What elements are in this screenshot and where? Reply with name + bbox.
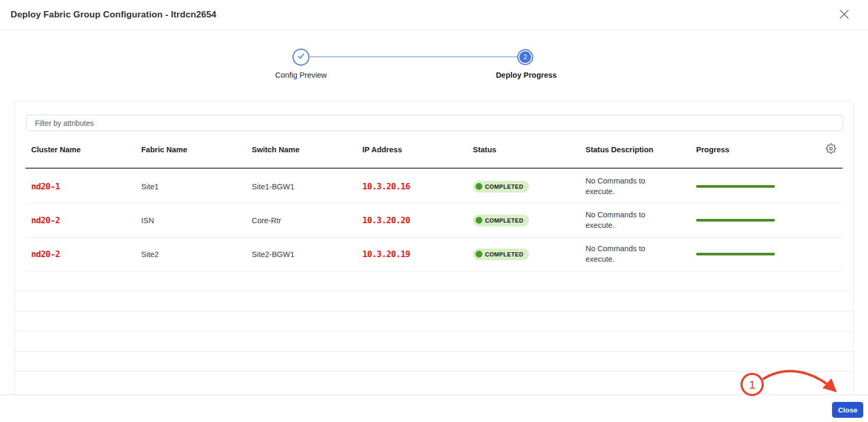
filter-input[interactable] — [26, 115, 843, 131]
table-row-empty — [15, 352, 853, 372]
close-button[interactable]: Close — [832, 402, 863, 418]
step-connector — [310, 57, 518, 57]
footer-divider — [0, 395, 868, 395]
step-config-preview[interactable] — [293, 49, 309, 66]
table-row-empty — [15, 271, 853, 291]
status-badge: COMPLETED — [473, 215, 529, 226]
column-settings-button[interactable] — [825, 143, 837, 156]
table-body: nd20-1 Site1 Site1-BGW1 10.3.20.16 COMPL… — [15, 170, 853, 372]
status-dot-icon — [476, 217, 482, 224]
status-badge: COMPLETED — [473, 181, 529, 192]
table-row: nd20-1 Site1 Site1-BGW1 10.3.20.16 COMPL… — [25, 170, 843, 204]
check-icon — [296, 51, 306, 63]
status-badge-label: COMPLETED — [485, 251, 524, 258]
column-header-switch-name: Switch Name — [252, 145, 362, 154]
table-row-empty — [15, 332, 853, 352]
x-icon — [838, 8, 850, 22]
dialog-close-button[interactable] — [837, 8, 851, 22]
progress-bar — [696, 219, 775, 222]
column-header-status: Status — [473, 145, 586, 154]
table-row: nd20-2 ISN Core-Rtr 10.3.20.20 COMPLETED… — [25, 204, 843, 237]
modal-header: Deploy Fabric Group Configuration - ltrd… — [0, 0, 868, 30]
cell-switch-name: Site1-BGW1 — [252, 182, 362, 191]
status-badge-label: COMPLETED — [485, 217, 524, 224]
column-header-fabric-name: Fabric Name — [141, 145, 252, 154]
table-row-empty — [15, 291, 853, 311]
step-number: 2 — [524, 53, 527, 61]
cell-cluster-name: nd20-1 — [31, 181, 141, 191]
cell-cluster-name: nd20-2 — [31, 249, 141, 259]
step-deploy-progress[interactable]: 2 — [518, 50, 532, 64]
cell-fabric-name: Site1 — [141, 182, 252, 191]
cell-cluster-name: nd20-2 — [31, 215, 141, 225]
status-dot-icon — [476, 251, 482, 258]
cell-ip-address: 10.3.20.19 — [362, 249, 473, 259]
progress-bar — [696, 185, 775, 188]
deploy-progress-panel: Cluster Name Fabric Name Switch Name IP … — [14, 100, 854, 395]
step-label-deploy-progress: Deploy Progress — [496, 71, 556, 79]
column-header-ip-address: IP Address — [362, 145, 473, 154]
cell-switch-name: Site2-BGW1 — [252, 250, 362, 259]
gear-icon — [826, 143, 836, 155]
cell-ip-address: 10.3.20.20 — [362, 215, 473, 225]
column-header-status-description: Status Description — [586, 145, 696, 154]
cell-switch-name: Core-Rtr — [252, 216, 362, 225]
status-dot-icon — [476, 183, 482, 190]
column-header-cluster-name: Cluster Name — [31, 145, 141, 154]
table-header: Cluster Name Fabric Name Switch Name IP … — [25, 131, 843, 169]
progress-bar — [696, 253, 775, 255]
status-badge-label: COMPLETED — [485, 184, 524, 190]
dialog-title: Deploy Fabric Group Configuration - ltrd… — [11, 10, 216, 20]
cell-status-description: No Commands to execute. — [586, 244, 657, 264]
column-header-progress: Progress — [696, 145, 781, 154]
status-badge: COMPLETED — [473, 249, 529, 260]
table-row: nd20-2 Site2 Site2-BGW1 10.3.20.19 COMPL… — [25, 237, 843, 271]
table-row-empty — [15, 311, 853, 332]
cell-status-description: No Commands to execute. — [586, 210, 657, 230]
cell-status-description: No Commands to execute. — [586, 176, 657, 196]
step-label-config-preview: Config Preview — [275, 71, 327, 79]
cell-fabric-name: ISN — [141, 216, 252, 225]
cell-fabric-name: Site2 — [141, 250, 252, 259]
cell-ip-address: 10.3.20.16 — [362, 181, 473, 191]
